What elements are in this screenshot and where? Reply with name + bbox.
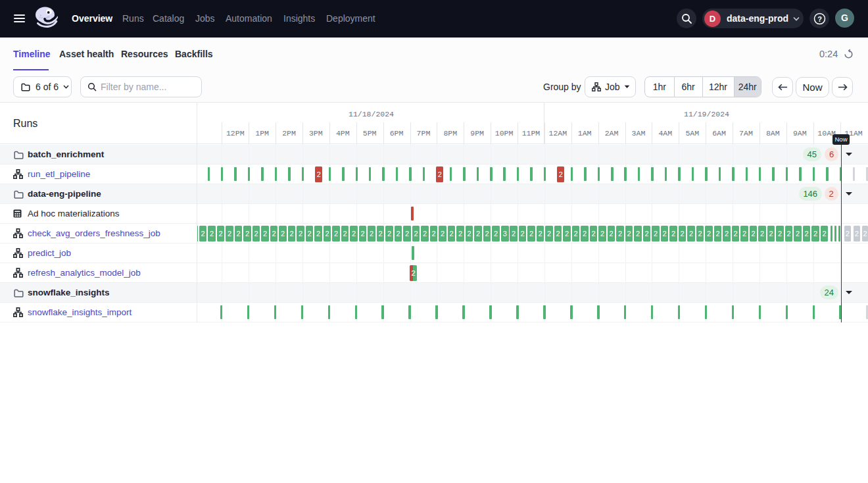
svg-text:?: ? xyxy=(817,15,822,23)
